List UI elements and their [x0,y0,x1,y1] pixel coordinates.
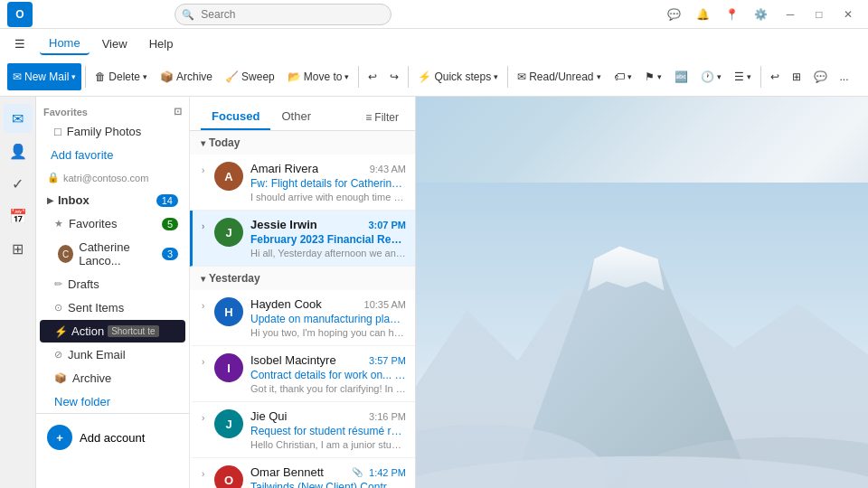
email-item-5[interactable]: › J Jie Qui 3:16 PM Request for student … [190,402,415,458]
contacts-nav-icon[interactable]: 👤 [4,136,33,165]
sidebar-item-drafts[interactable]: ✏ Drafts [40,273,185,296]
account-email-item[interactable]: 🔒 katri@contoso.com [40,167,185,188]
undo2-button[interactable]: ↩ [765,63,785,90]
yesterday-section-header: ▾ Yesterday [190,267,415,290]
bell-icon[interactable]: 🔔 [691,2,716,27]
expand-chevron-2[interactable]: › [202,218,214,258]
star-icon: ★ [54,218,63,230]
sidebar-item-favorites[interactable]: ★ Favorites 5 [40,212,185,235]
new-mail-button[interactable]: ✉ New Mail ▾ [7,63,81,90]
favorites-badge: 5 [162,218,178,230]
tag-button[interactable]: 🏷▾ [609,63,637,90]
today-chevron[interactable]: ▾ [201,138,205,148]
expand-chevron-6[interactable]: › [202,465,214,488]
email-item-6[interactable]: › O Omar Bennett 📎 1:42 PM Tailwinds (Ne… [190,458,415,488]
junk-icon: ⊘ [54,349,62,361]
sweep-button[interactable]: 🧹 Sweep [220,63,280,90]
archive-button[interactable]: 📦 Archive [155,63,218,90]
delete-button[interactable]: 🗑 Delete ▾ [90,63,153,90]
mountain-background [416,97,868,488]
move-to-button[interactable]: 📂 Move to ▾ [282,63,355,90]
sidebar-item-action[interactable]: ⚡ Action Shortcut te [40,320,185,343]
chat2-button[interactable]: 💬 [808,63,833,90]
search-icon: 🔍 [182,8,194,20]
expand-chevron-5[interactable]: › [202,409,214,450]
hamburger-menu[interactable]: ☰ [7,31,33,56]
flag-icon: ⚑ [645,70,655,83]
quick-steps-button[interactable]: ⚡ Quick steps ▾ [412,63,504,90]
sidebar-item-family-photos[interactable]: □ Family Photos [40,120,185,143]
search-container: 🔍 [175,4,392,25]
search-input[interactable] [175,4,392,25]
apps-nav-icon[interactable]: ⊞ [4,234,33,263]
filter-button[interactable]: ≡ Filter [360,108,404,127]
sidebar-item-sent[interactable]: ⊙ Sent Items [40,296,185,319]
email-tab-bar: Focused Other ≡ Filter [190,97,415,131]
translate-button[interactable]: 🔤 [669,63,693,90]
expand-chevron-1[interactable]: › [202,162,214,202]
flag-button[interactable]: ⚑▾ [639,63,667,90]
email-content-5: Jie Qui 3:16 PM Request for student résu… [250,409,406,450]
close-button[interactable]: ✕ [835,2,861,27]
ribbon: ☰ Home View Help ✉ New Mail ▾ 🗑 Delete ▾… [0,29,868,97]
table-button[interactable]: ⊞ [787,63,807,90]
mail-nav-icon[interactable]: ✉ [4,104,33,133]
translate-icon: 🔤 [675,70,688,83]
sidebar-item-catherine[interactable]: C Catherine Lanco... 3 [40,236,185,272]
email-item-4[interactable]: › I Isobel Macintyre 3:57 PM Contract de… [190,346,415,402]
chat-icon[interactable]: 💬 [662,2,687,27]
tab-home[interactable]: Home [40,33,90,55]
view-settings-button[interactable]: ☰▾ [729,63,757,90]
zoom-button[interactable]: 🕐▾ [695,63,727,90]
add-account-button[interactable]: + Add account [43,421,182,454]
expand-chevron-3[interactable]: › [202,297,214,338]
maximize-button[interactable]: □ [807,2,832,27]
separator-2 [358,66,359,88]
location-icon[interactable]: 📍 [720,2,745,27]
tasks-nav-icon[interactable]: ✓ [4,169,33,198]
titlebar-actions: 💬 🔔 📍 ⚙️ ─ □ ✕ [662,2,861,27]
sidebar-icon-strip: ✉ 👤 ✓ 📅 ⊞ [0,97,36,488]
new-folder-link[interactable]: New folder [36,390,189,413]
new-mail-icon: ✉ [13,70,22,83]
sidebar-item-inbox[interactable]: ▶ Inbox 14 [40,189,185,211]
action-icon: ⚡ [54,325,68,338]
favorites-expand-icon: ⊡ [174,106,182,117]
tab-focused[interactable]: Focused [201,104,270,130]
add-account-avatar: + [47,425,72,450]
email-item-2[interactable]: › J Jessie Irwin 3:07 PM February 2023 F… [190,211,415,267]
tab-view[interactable]: View [93,33,137,54]
separator-3 [408,66,409,88]
email-item-3[interactable]: › H Hayden Cook 10:35 AM Update on manuf… [190,290,415,346]
tab-other[interactable]: Other [270,104,322,130]
email-item-1[interactable]: › A Amari Rivera 9:43 AM Fw: Flight deta… [190,155,415,211]
expand-inbox-icon[interactable]: ▶ [47,195,54,205]
undo-button[interactable]: ↩ [363,63,382,90]
avatar-5: J [214,409,243,438]
avatar-6: O [214,465,243,488]
minimize-button[interactable]: ─ [778,2,803,27]
ribbon-tab-bar: ☰ Home View Help [0,29,868,58]
new-mail-caret[interactable]: ▾ [71,72,76,81]
reading-pane [416,97,868,488]
avatar-3: H [214,297,243,326]
shortcut-tag: Shortcut te [108,325,158,337]
sent-icon: ⊙ [54,302,62,314]
tab-help[interactable]: Help [140,33,183,54]
attachment-icon: 📎 [352,467,363,477]
redo-button[interactable]: ↪ [384,63,404,90]
yesterday-chevron[interactable]: ▾ [201,274,205,284]
inbox-badge: 14 [156,194,178,207]
sidebar-item-archive[interactable]: 📦 Archive [40,367,185,389]
read-unread-button[interactable]: ✉ Read/Unread ▾ [512,63,606,90]
email-list: Focused Other ≡ Filter ▾ Today › A Amari… [190,97,416,488]
calendar-nav-icon[interactable]: 📅 [4,202,33,230]
sidebar-item-junk[interactable]: ⊘ Junk Email [40,343,185,366]
add-favorite-link[interactable]: Add favorite [36,144,189,166]
sidebar-nav: Favorites ⊡ □ Family Photos Add favorite… [36,97,190,488]
expand-chevron-4[interactable]: › [202,353,214,394]
settings-icon[interactable]: ⚙️ [749,2,774,27]
separator-4 [507,66,508,88]
catherine-avatar: C [58,245,73,263]
more-button[interactable]: ... [835,63,854,90]
